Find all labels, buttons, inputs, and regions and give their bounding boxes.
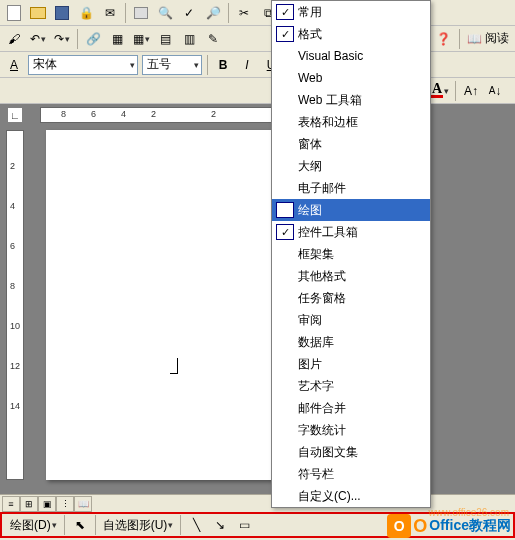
- save-button[interactable]: [51, 2, 73, 24]
- menu-item-20[interactable]: 自动图文集: [272, 441, 430, 463]
- office-logo-icon: O: [387, 514, 411, 538]
- menu-item-4[interactable]: Web 工具箱: [272, 89, 430, 111]
- line-tool-button[interactable]: ╲: [185, 514, 207, 536]
- font-color-button[interactable]: A▾: [429, 80, 451, 102]
- menu-item-label: 常用: [298, 4, 322, 21]
- hyperlink-button[interactable]: 🔗: [82, 28, 104, 50]
- menu-item-label: 自动图文集: [298, 444, 358, 461]
- menu-item-3[interactable]: Web: [272, 67, 430, 89]
- check-icon: [276, 422, 294, 438]
- print-layout-view-button[interactable]: ▣: [38, 496, 56, 512]
- draw-menu[interactable]: 绘图(D)▾: [6, 515, 61, 535]
- menu-item-label: 电子邮件: [298, 180, 346, 197]
- check-icon: ✓: [276, 26, 294, 42]
- excel-button[interactable]: ▤: [154, 28, 176, 50]
- menu-item-18[interactable]: 邮件合并: [272, 397, 430, 419]
- font-size-value: 五号: [147, 56, 171, 73]
- menu-item-15[interactable]: 数据库: [272, 331, 430, 353]
- menu-item-5[interactable]: 表格和边框: [272, 111, 430, 133]
- menu-item-label: 大纲: [298, 158, 322, 175]
- open-button[interactable]: [27, 2, 49, 24]
- check-icon: [276, 312, 294, 328]
- horizontal-ruler[interactable]: 8 6 4 2 2: [40, 107, 310, 123]
- tab-selector[interactable]: ∟: [8, 108, 22, 122]
- check-icon: ✓: [276, 224, 294, 240]
- grow-font-button[interactable]: A↑: [460, 80, 482, 102]
- chevron-down-icon: ▾: [194, 60, 199, 70]
- menu-item-9[interactable]: ✓绘图: [272, 199, 430, 221]
- menu-item-22[interactable]: 自定义(C)...: [272, 485, 430, 507]
- outline-view-button[interactable]: ⋮: [56, 496, 74, 512]
- format-painter-button[interactable]: 🖌: [3, 28, 25, 50]
- web-view-button[interactable]: ⊞: [20, 496, 38, 512]
- normal-view-button[interactable]: ≡: [2, 496, 20, 512]
- bold-button[interactable]: B: [212, 54, 234, 76]
- vertical-ruler[interactable]: 2 4 6 8 10 12 14: [6, 130, 24, 480]
- menu-item-label: Web: [298, 71, 322, 85]
- menu-item-label: Visual Basic: [298, 49, 363, 63]
- check-icon: [276, 268, 294, 284]
- menu-item-16[interactable]: 图片: [272, 353, 430, 375]
- menu-item-label: 邮件合并: [298, 400, 346, 417]
- help-button[interactable]: ❓: [433, 28, 455, 50]
- columns-button[interactable]: ▥: [178, 28, 200, 50]
- font-family-combo[interactable]: 宋体 ▾: [28, 55, 138, 75]
- menu-item-label: 其他格式: [298, 268, 346, 285]
- italic-button[interactable]: I: [236, 54, 258, 76]
- redo-button[interactable]: ↷▾: [51, 28, 73, 50]
- new-doc-button[interactable]: [3, 2, 25, 24]
- rectangle-tool-button[interactable]: ▭: [233, 514, 255, 536]
- menu-item-label: 任务窗格: [298, 290, 346, 307]
- select-objects-button[interactable]: ⬉: [69, 514, 91, 536]
- drawing-toggle-button[interactable]: ✎: [202, 28, 224, 50]
- menu-item-14[interactable]: 审阅: [272, 309, 430, 331]
- reading-view-button[interactable]: 📖: [74, 496, 92, 512]
- menu-item-label: 表格和边框: [298, 114, 358, 131]
- check-icon: [276, 48, 294, 64]
- insert-table-button[interactable]: ▦▾: [130, 28, 152, 50]
- menu-item-label: 格式: [298, 26, 322, 43]
- menu-item-21[interactable]: 符号栏: [272, 463, 430, 485]
- menu-item-6[interactable]: 窗体: [272, 133, 430, 155]
- print-button[interactable]: [130, 2, 152, 24]
- check-icon: [276, 70, 294, 86]
- standard-toolbar: 🔒 ✉ 🔍 ✓ 🔎 ✂ ⧉ 📋: [0, 0, 515, 26]
- check-icon: [276, 290, 294, 306]
- permission-button[interactable]: 🔒: [75, 2, 97, 24]
- formatting-toolbar-2: ⇥ ▢▾ ab▾ A▾ A↑ A↓: [0, 78, 515, 104]
- check-icon: [276, 92, 294, 108]
- read-mode-button[interactable]: 📖 阅读: [463, 29, 513, 49]
- menu-item-1[interactable]: ✓格式: [272, 23, 430, 45]
- shrink-font-button[interactable]: A↓: [484, 80, 506, 102]
- menu-item-11[interactable]: 框架集: [272, 243, 430, 265]
- undo-button[interactable]: ↶▾: [27, 28, 49, 50]
- font-size-combo[interactable]: 五号 ▾: [142, 55, 202, 75]
- mail-button[interactable]: ✉: [99, 2, 121, 24]
- document-page[interactable]: [46, 130, 276, 480]
- style-button[interactable]: A: [3, 54, 25, 76]
- menu-item-8[interactable]: 电子邮件: [272, 177, 430, 199]
- menu-item-label: Web 工具箱: [298, 92, 362, 109]
- tables-borders-button[interactable]: ▦: [106, 28, 128, 50]
- menu-item-13[interactable]: 任务窗格: [272, 287, 430, 309]
- spelling-button[interactable]: ✓: [178, 2, 200, 24]
- check-icon: ✓: [276, 202, 294, 218]
- menu-item-12[interactable]: 其他格式: [272, 265, 430, 287]
- menu-item-17[interactable]: 艺术字: [272, 375, 430, 397]
- menu-item-19[interactable]: 字数统计: [272, 419, 430, 441]
- print-preview-button[interactable]: 🔍: [154, 2, 176, 24]
- arrow-tool-button[interactable]: ↘: [209, 514, 231, 536]
- menu-item-10[interactable]: ✓控件工具箱: [272, 221, 430, 243]
- read-mode-label: 阅读: [485, 30, 509, 47]
- menu-item-2[interactable]: Visual Basic: [272, 45, 430, 67]
- research-button[interactable]: 🔎: [202, 2, 224, 24]
- check-icon: [276, 136, 294, 152]
- menu-item-label: 绘图: [298, 202, 322, 219]
- menu-item-0[interactable]: ✓常用: [272, 1, 430, 23]
- cut-button[interactable]: ✂: [233, 2, 255, 24]
- watermark-text: Office教程网: [429, 517, 511, 535]
- autoshapes-menu[interactable]: 自选图形(U)▾: [99, 515, 178, 535]
- menu-item-7[interactable]: 大纲: [272, 155, 430, 177]
- standard-toolbar-2: 🖌 ↶▾ ↷▾ 🔗 ▦ ▦▾ ▤ ▥ ✎ 100% ▾ ❓ 📖 阅读: [0, 26, 515, 52]
- document-area: 2 4 6 8 10 12 14: [0, 126, 515, 494]
